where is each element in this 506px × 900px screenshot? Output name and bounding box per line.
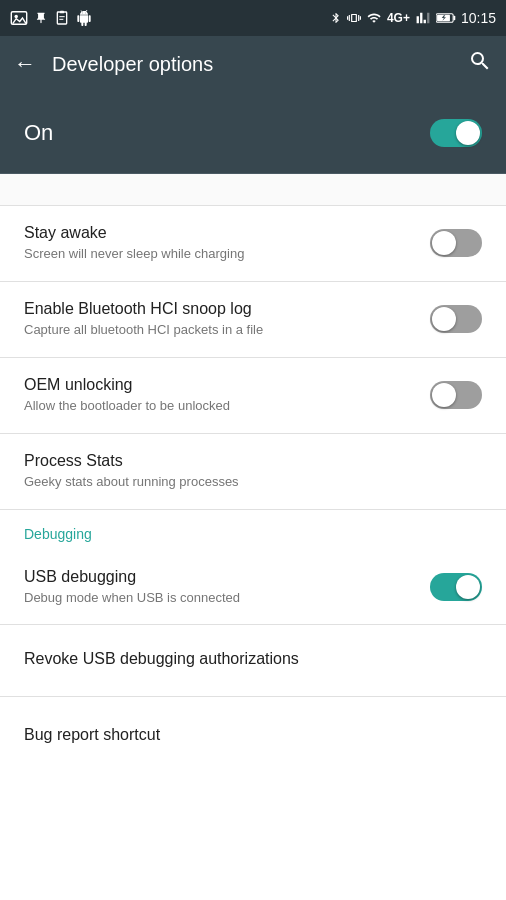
wifi-icon	[366, 11, 382, 25]
process-stats-subtitle: Geeky stats about running processes	[24, 474, 466, 491]
search-button[interactable]	[468, 49, 492, 79]
usb-debugging-toggle[interactable]	[430, 573, 482, 601]
bluetooth-hci-row[interactable]: Enable Bluetooth HCI snoop log Capture a…	[0, 282, 506, 358]
usb-debugging-subtitle: Debug mode when USB is connected	[24, 590, 414, 607]
developer-options-toggle[interactable]	[430, 119, 482, 147]
svg-rect-2	[57, 12, 66, 24]
bug-report-title: Bug report shortcut	[24, 726, 466, 744]
oem-unlocking-row[interactable]: OEM unlocking Allow the bootloader to be…	[0, 358, 506, 434]
toggle-thumb	[456, 121, 480, 145]
usb-debugging-row[interactable]: USB debugging Debug mode when USB is con…	[0, 550, 506, 626]
toggle-thumb	[432, 383, 456, 407]
android-icon	[76, 9, 92, 27]
stay-awake-subtitle: Screen will never sleep while charging	[24, 246, 414, 263]
revoke-usb-row[interactable]: Revoke USB debugging authorizations	[0, 625, 506, 697]
bluetooth-hci-toggle[interactable]	[430, 305, 482, 333]
process-stats-title: Process Stats	[24, 452, 466, 470]
toggle-thumb	[456, 575, 480, 599]
bug-report-row[interactable]: Bug report shortcut	[0, 697, 506, 769]
partial-text-row	[0, 174, 506, 206]
toolbar-title: Developer options	[52, 53, 452, 76]
developer-options-toggle-row: On	[0, 92, 506, 174]
status-bar-right: 4G+ 10:15	[330, 10, 496, 26]
battery-icon	[436, 12, 456, 24]
toggle-thumb	[432, 307, 456, 331]
back-button[interactable]: ←	[14, 51, 36, 77]
stay-awake-row[interactable]: Stay awake Screen will never sleep while…	[0, 206, 506, 282]
oem-unlocking-subtitle: Allow the bootloader to be unlocked	[24, 398, 414, 415]
stay-awake-title: Stay awake	[24, 224, 414, 242]
gallery-icon	[10, 11, 28, 25]
settings-list: Stay awake Screen will never sleep while…	[0, 206, 506, 510]
stay-awake-toggle[interactable]	[430, 229, 482, 257]
debugging-settings-list: USB debugging Debug mode when USB is con…	[0, 550, 506, 770]
status-bar-icons	[10, 9, 92, 27]
svg-rect-3	[60, 11, 64, 14]
usb-debugging-title: USB debugging	[24, 568, 414, 586]
debugging-section-label: Debugging	[0, 510, 506, 550]
clipboard-icon	[54, 9, 70, 27]
process-stats-row[interactable]: Process Stats Geeky stats about running …	[0, 434, 506, 510]
toolbar: ← Developer options	[0, 36, 506, 92]
bluetooth-icon	[330, 10, 342, 26]
search-icon	[468, 49, 492, 73]
svg-rect-7	[453, 16, 455, 20]
time-display: 10:15	[461, 10, 496, 26]
oem-unlocking-toggle[interactable]	[430, 381, 482, 409]
status-bar: 4G+ 10:15	[0, 0, 506, 36]
bluetooth-hci-subtitle: Capture all bluetooth HCI packets in a f…	[24, 322, 414, 339]
toggle-thumb	[432, 231, 456, 255]
network-type: 4G+	[387, 11, 410, 25]
signal-icon	[415, 11, 431, 25]
on-label: On	[24, 120, 53, 146]
revoke-usb-title: Revoke USB debugging authorizations	[24, 650, 466, 668]
bluetooth-hci-title: Enable Bluetooth HCI snoop log	[24, 300, 414, 318]
pin-icon	[34, 9, 48, 27]
oem-unlocking-title: OEM unlocking	[24, 376, 414, 394]
vibrate-icon	[347, 10, 361, 26]
